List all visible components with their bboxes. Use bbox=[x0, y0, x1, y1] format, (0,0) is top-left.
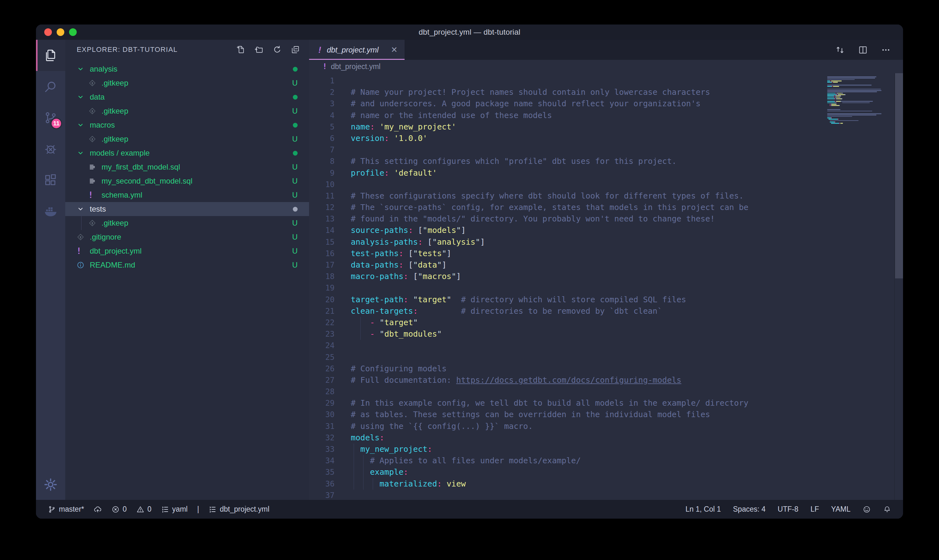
code-line-25: 25 bbox=[309, 352, 748, 363]
line-number: 6 bbox=[309, 133, 334, 144]
folder-status-dot bbox=[293, 95, 298, 100]
status-smiley[interactable] bbox=[863, 505, 871, 514]
status-bell[interactable] bbox=[883, 505, 891, 514]
status--[interactable]: | bbox=[197, 505, 199, 514]
tree-item-label: dbt_project.yml bbox=[90, 246, 142, 255]
code-editor[interactable]: 12# Name your project! Project names sho… bbox=[309, 73, 903, 500]
line-number: 4 bbox=[309, 110, 334, 121]
activity-search[interactable] bbox=[36, 71, 65, 102]
status-yaml[interactable]: YAML bbox=[831, 505, 851, 514]
close-tab-icon[interactable]: ✕ bbox=[391, 45, 397, 54]
activity-bar-spacer bbox=[36, 227, 65, 469]
line-number: 35 bbox=[309, 466, 334, 478]
status-spaces-4[interactable]: Spaces: 4 bbox=[733, 505, 765, 514]
minimap[interactable] bbox=[826, 75, 894, 125]
status-utf-8[interactable]: UTF-8 bbox=[777, 505, 798, 514]
tree-item-label: my_second_dbt_model.sql bbox=[102, 177, 192, 186]
tree-item-macros[interactable]: macros bbox=[65, 118, 309, 132]
status-list-selector[interactable]: dbt_project.yml bbox=[208, 505, 269, 514]
line-number: 23 bbox=[309, 328, 334, 340]
file-code-icon bbox=[88, 177, 100, 185]
line-number: 22 bbox=[309, 317, 334, 328]
line-number: 3 bbox=[309, 98, 334, 109]
collapse-all-icon[interactable] bbox=[291, 45, 300, 54]
tree-item-schema-yml[interactable]: !schema.ymlU bbox=[65, 188, 309, 202]
split-editor-icon[interactable] bbox=[858, 45, 868, 55]
code-line-36: 36 materialized: view bbox=[309, 478, 748, 490]
bell-icon bbox=[883, 505, 891, 514]
minimize-window-button[interactable] bbox=[57, 28, 64, 36]
tree-item-my-second-dbt-model-sql[interactable]: my_second_dbt_model.sqlU bbox=[65, 174, 309, 188]
status-warning[interactable]: 0 bbox=[136, 505, 151, 514]
status-label: LF bbox=[810, 505, 819, 514]
status-label: YAML bbox=[831, 505, 851, 514]
line-number: 2 bbox=[309, 86, 334, 98]
git-untracked-badge: U bbox=[292, 232, 298, 242]
status-list-selector[interactable]: yaml bbox=[161, 505, 188, 514]
close-window-button[interactable] bbox=[44, 28, 52, 36]
new-folder-icon[interactable] bbox=[254, 45, 264, 54]
code-line-27: 27# Full documentation: https://docs.get… bbox=[309, 374, 748, 386]
tree-item-dbt-project-yml[interactable]: !dbt_project.ymlU bbox=[65, 244, 309, 258]
code-line-3: 3# and underscores. A good package name … bbox=[309, 98, 748, 109]
activity-debug[interactable] bbox=[36, 133, 65, 165]
open-changes-icon[interactable] bbox=[835, 45, 845, 55]
status-git-branch[interactable]: master* bbox=[48, 505, 84, 514]
tree-item-readme-md[interactable]: README.mdU bbox=[65, 258, 309, 272]
status-bar-right: Ln 1, Col 1Spaces: 4UTF-8LFYAML bbox=[686, 505, 891, 514]
tab-dbt-project-yml[interactable]: ! dbt_project.yml ✕ bbox=[309, 40, 405, 60]
git-untracked-badge: U bbox=[292, 177, 298, 186]
status-cloud-upload[interactable] bbox=[94, 505, 102, 514]
tree-item-models-example[interactable]: models / example bbox=[65, 146, 309, 160]
yaml-warning-icon: ! bbox=[322, 62, 327, 71]
code-line-31: 31# using the `{{ config(...) }}` macro. bbox=[309, 421, 748, 432]
tree-item--gitkeep[interactable]: .gitkeepU bbox=[65, 76, 309, 90]
chevron-down-icon bbox=[76, 205, 88, 213]
git-untracked-badge: U bbox=[292, 78, 298, 88]
refresh-icon[interactable] bbox=[272, 45, 282, 54]
tree-item--gitkeep[interactable]: .gitkeepU bbox=[65, 132, 309, 146]
activity-bar-top: 11 bbox=[36, 40, 65, 227]
tree-item-my-first-dbt-model-sql[interactable]: my_first_dbt_model.sqlU bbox=[65, 160, 309, 174]
activity-bar-bottom bbox=[36, 469, 65, 500]
tree-item-tests[interactable]: tests bbox=[65, 202, 309, 216]
activity-settings-gear[interactable] bbox=[36, 469, 65, 500]
status-label: 0 bbox=[123, 505, 127, 514]
window-title: dbt_project.yml — dbt-tutorial bbox=[419, 28, 520, 37]
line-number: 25 bbox=[309, 352, 334, 363]
code-line-34: 34 # Applies to all files under models/e… bbox=[309, 455, 748, 466]
tree-item--gitkeep[interactable]: .gitkeepU bbox=[65, 216, 309, 230]
line-number: 28 bbox=[309, 386, 334, 397]
scrollbar-thumb[interactable] bbox=[895, 73, 903, 278]
more-actions-icon[interactable] bbox=[881, 45, 891, 55]
status-ln-1-col-1[interactable]: Ln 1, Col 1 bbox=[686, 505, 721, 514]
code-line-24: 24 bbox=[309, 340, 748, 351]
code-line-4: 4# name or the intended use of these mod… bbox=[309, 110, 748, 121]
code-line-10: 10 bbox=[309, 179, 748, 190]
editor-actions bbox=[835, 40, 903, 60]
tree-item-data[interactable]: data bbox=[65, 90, 309, 104]
tree-item--gitignore[interactable]: .gitignoreU bbox=[65, 230, 309, 244]
breadcrumb[interactable]: ! dbt_project.yml bbox=[309, 60, 903, 73]
folder-status-dot bbox=[293, 207, 298, 212]
status-error[interactable]: 0 bbox=[111, 505, 127, 514]
code-line-14: 14source-paths: ["models"] bbox=[309, 225, 748, 236]
status-lf[interactable]: LF bbox=[810, 505, 819, 514]
tree-item--gitkeep[interactable]: .gitkeepU bbox=[65, 104, 309, 118]
zoom-window-button[interactable] bbox=[69, 28, 77, 36]
activity-extensions[interactable] bbox=[36, 165, 65, 196]
activity-docker[interactable] bbox=[36, 196, 65, 227]
git-untracked-badge: U bbox=[292, 191, 298, 200]
code-line-29: 29# In this example config, we tell dbt … bbox=[309, 397, 748, 409]
folder-status-dot bbox=[293, 151, 298, 155]
activity-source-control[interactable]: 11 bbox=[36, 102, 65, 133]
line-number: 1 bbox=[309, 75, 334, 86]
new-file-icon[interactable] bbox=[236, 45, 246, 54]
editor-scrollbar[interactable] bbox=[894, 73, 903, 500]
git-untracked-badge: U bbox=[292, 106, 298, 115]
line-number: 11 bbox=[309, 190, 334, 202]
tree-item-analysis[interactable]: analysis bbox=[65, 62, 309, 76]
status-bar: master*00yaml|dbt_project.yml Ln 1, Col … bbox=[36, 500, 903, 518]
activity-files[interactable] bbox=[36, 40, 65, 71]
chevron-down-icon bbox=[76, 121, 88, 129]
